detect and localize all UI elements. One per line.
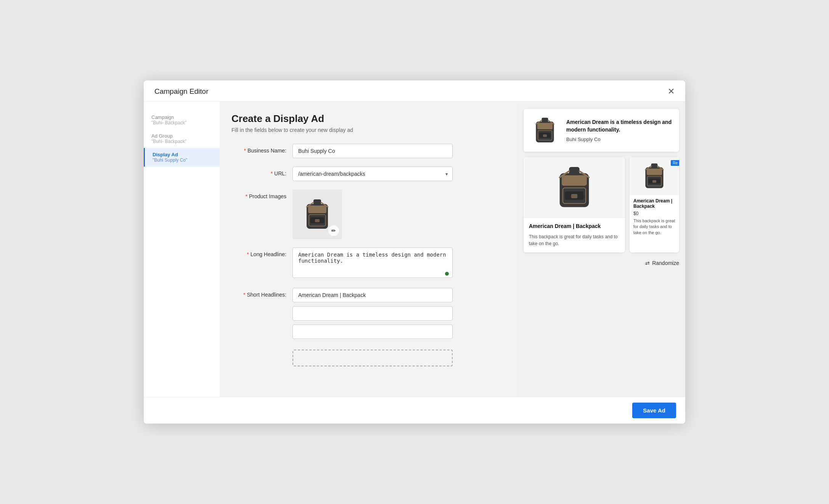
sidebar-adgroup-label: Ad Group xyxy=(151,133,212,139)
edit-image-icon[interactable]: ✏ xyxy=(328,225,339,236)
preview-card-3: Re xyxy=(630,157,679,252)
preview-card-3-body: American Dream | Backpack $0 This backpa… xyxy=(630,195,679,236)
url-wrapper: /american-dream/backpacks ▾ xyxy=(292,167,453,181)
url-select[interactable]: /american-dream/backpacks xyxy=(292,167,453,181)
add-more-area[interactable] xyxy=(292,350,453,366)
preview-card-1: American Dream is a timeless design and … xyxy=(524,109,679,152)
modal-body: Campaign "Buhi- Backpack" Ad Group "Buhi… xyxy=(144,101,685,397)
product-image-upload[interactable]: ✏ xyxy=(292,189,342,239)
required-star-images: * xyxy=(245,193,247,199)
bottom-bar: Save Ad xyxy=(144,397,685,424)
svg-rect-1 xyxy=(308,205,326,213)
sidebar-campaign-sub: "Buhi- Backpack" xyxy=(151,120,212,125)
short-headlines-group: *Short Headlines: xyxy=(231,288,506,339)
required-star-url: * xyxy=(271,170,273,177)
preview-backpack-1 xyxy=(532,115,558,146)
svg-rect-7 xyxy=(315,219,320,222)
save-ad-button[interactable]: Save Ad xyxy=(632,403,676,418)
required-star-lh: * xyxy=(247,251,249,257)
modal-title: Campaign Editor xyxy=(154,87,209,96)
svg-rect-17 xyxy=(562,175,587,186)
preview-thumb-1 xyxy=(530,115,560,146)
page-title: Create a Display Ad xyxy=(231,113,506,125)
sidebar-displayad-label: Display Ad xyxy=(153,152,212,157)
preview-card-3-price: $0 xyxy=(633,211,675,216)
sidebar: Campaign "Buhi- Backpack" Ad Group "Buhi… xyxy=(144,101,220,397)
randomize-icon: ⇄ xyxy=(645,260,650,266)
short-headlines-label: *Short Headlines: xyxy=(231,288,292,298)
preview-card-2: American Dream | Backpack This backpack … xyxy=(524,157,625,252)
svg-rect-20 xyxy=(569,167,579,175)
long-headline-textarea[interactable]: American Dream is a timeless design and … xyxy=(292,247,453,278)
preview-card-3-headline: American Dream | Backpack xyxy=(633,198,675,209)
sidebar-item-displayad[interactable]: Display Ad "Buhi Supply Co" xyxy=(144,148,220,167)
preview-card-2-body: American Dream | Backpack This backpack … xyxy=(524,218,625,247)
close-button[interactable]: ✕ xyxy=(668,87,675,96)
svg-rect-12 xyxy=(542,118,548,123)
campaign-editor-modal: Campaign Editor ✕ Campaign "Buhi- Backpa… xyxy=(144,80,685,424)
long-headline-label: *Long Headline: xyxy=(231,247,292,257)
preview-cards-row: American Dream | Backpack This backpack … xyxy=(524,157,679,252)
preview-card-2-headline: American Dream | Backpack xyxy=(529,223,620,230)
preview-card-3-desc: This backpack is great for daily tasks a… xyxy=(633,218,675,236)
svg-rect-23 xyxy=(571,194,577,198)
preview-vert-img-2 xyxy=(524,157,625,218)
preview-backpack-2 xyxy=(553,163,595,212)
edge-label: Re xyxy=(671,160,679,166)
sidebar-item-adgroup[interactable]: Ad Group "Buhi- Backpack" xyxy=(144,129,220,148)
required-star: * xyxy=(244,148,246,154)
randomize-label: Randomize xyxy=(652,260,679,266)
svg-rect-25 xyxy=(647,169,662,175)
preview-backpack-3 xyxy=(641,161,668,191)
randomize-button[interactable]: ⇄ Randomize xyxy=(645,258,679,268)
short-headline-input-3[interactable] xyxy=(292,324,453,339)
url-label: *URL: xyxy=(231,167,292,177)
product-images-label: *Product Images xyxy=(231,189,292,199)
sidebar-campaign-label: Campaign xyxy=(151,114,212,120)
sidebar-adgroup-sub: "Buhi- Backpack" xyxy=(151,139,212,144)
long-headline-wrapper: American Dream is a timeless design and … xyxy=(292,247,453,279)
short-headline-input-2[interactable] xyxy=(292,306,453,321)
sidebar-item-campaign[interactable]: Campaign "Buhi- Backpack" xyxy=(144,111,220,129)
preview-section: American Dream is a timeless design and … xyxy=(517,101,685,397)
char-indicator xyxy=(445,272,449,276)
short-headline-input-1[interactable] xyxy=(292,288,453,302)
sidebar-displayad-sub: "Buhi Supply Co" xyxy=(153,157,212,163)
long-headline-group: *Long Headline: American Dream is a time… xyxy=(231,247,506,279)
form-section: Create a Display Ad Fill in the fields b… xyxy=(220,101,517,397)
preview-card-1-text: American Dream is a timeless design and … xyxy=(566,119,673,142)
svg-rect-28 xyxy=(651,164,658,169)
svg-rect-15 xyxy=(543,135,547,137)
product-images-group: *Product Images xyxy=(231,189,506,239)
preview-card-1-brand: Buhi Supply Co xyxy=(566,136,673,142)
business-name-label: *Business Name: xyxy=(231,144,292,154)
required-star-sh: * xyxy=(243,292,245,298)
url-group: *URL: /american-dream/backpacks ▾ xyxy=(231,167,506,181)
page-subtitle: Fill in the fields below to create your … xyxy=(231,127,506,133)
svg-rect-9 xyxy=(537,123,553,129)
preview-card-1-headline: American Dream is a timeless design and … xyxy=(566,119,673,133)
svg-rect-4 xyxy=(313,199,321,205)
svg-rect-31 xyxy=(652,180,656,183)
modal-header: Campaign Editor ✕ xyxy=(144,80,685,101)
main-content: Create a Display Ad Fill in the fields b… xyxy=(220,101,685,397)
preview-card-2-desc: This backpack is great for daily tasks a… xyxy=(529,233,620,247)
short-headlines-inputs xyxy=(292,288,453,339)
business-name-group: *Business Name: xyxy=(231,144,506,158)
add-more-group xyxy=(231,347,506,366)
business-name-input[interactable] xyxy=(292,144,453,158)
backpack-image xyxy=(302,196,333,233)
